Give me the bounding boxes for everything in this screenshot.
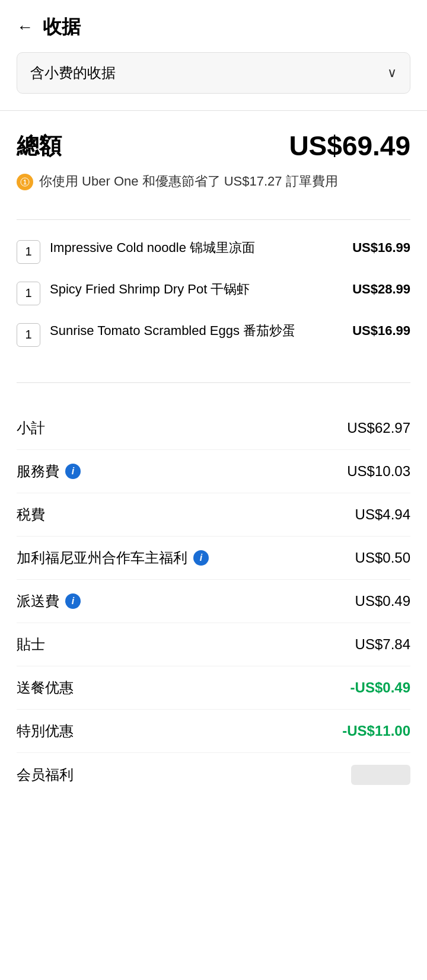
member-benefit-value bbox=[351, 765, 410, 785]
cost-value-delivery-fee: US$0.49 bbox=[355, 593, 410, 609]
cost-label-tip: 貼士 bbox=[17, 635, 45, 654]
service-fee-info-icon[interactable]: i bbox=[65, 464, 81, 479]
cost-row-service-fee: 服務費 i US$10.03 bbox=[17, 450, 410, 493]
cost-label-subtotal: 小計 bbox=[17, 419, 45, 438]
cost-row-tax: 税費 US$4.94 bbox=[17, 493, 410, 537]
cost-label-delivery-promo: 送餐优惠 bbox=[17, 678, 74, 697]
dropdown-label: 含小费的收据 bbox=[30, 63, 116, 82]
cost-value-delivery-promo: -US$0.49 bbox=[350, 679, 410, 696]
cost-row-ca-benefit: 加利福尼亚州合作车主福利 i US$0.50 bbox=[17, 537, 410, 580]
header: ← 收据 bbox=[0, 0, 427, 52]
total-label: 總額 bbox=[17, 131, 62, 161]
cost-label-service-fee: 服務費 i bbox=[17, 462, 81, 481]
uber-one-icon: 1 bbox=[17, 174, 33, 190]
item-name: Impressive Cold noodle 锦城里凉面 bbox=[50, 239, 346, 257]
item-name: Spicy Fried Shrimp Dry Pot 干锅虾 bbox=[50, 280, 346, 299]
item-price: US$28.99 bbox=[352, 282, 410, 297]
cost-row-delivery-fee: 派送費 i US$0.49 bbox=[17, 580, 410, 623]
delivery-fee-info-icon[interactable]: i bbox=[65, 593, 81, 609]
svg-text:1: 1 bbox=[23, 179, 27, 186]
total-section: 總額 US$69.49 1 你使用 Uber One 和優惠節省了 US$17.… bbox=[0, 111, 427, 205]
cost-label-delivery-fee: 派送費 i bbox=[17, 592, 81, 611]
cost-label-ca-benefit: 加利福尼亚州合作车主福利 i bbox=[17, 548, 209, 567]
cost-value-tip: US$7.84 bbox=[355, 636, 410, 653]
order-item: 1 Impressive Cold noodle 锦城里凉面 US$16.99 bbox=[17, 239, 410, 264]
page-title: 收据 bbox=[43, 14, 81, 40]
items-divider-bottom bbox=[17, 382, 410, 383]
order-item: 1 Spicy Fried Shrimp Dry Pot 干锅虾 US$28.9… bbox=[17, 280, 410, 305]
savings-text: 你使用 Uber One 和優惠節省了 US$17.27 訂單費用 bbox=[39, 173, 338, 191]
item-row: Impressive Cold noodle 锦城里凉面 US$16.99 bbox=[50, 239, 410, 257]
cost-value-tax: US$4.94 bbox=[355, 506, 410, 523]
cost-label-tax: 税費 bbox=[17, 505, 45, 524]
cost-row-member-benefit: 会员福利 bbox=[17, 753, 410, 797]
receipt-type-dropdown[interactable]: 含小费的收据 ∨ bbox=[17, 52, 410, 94]
cost-breakdown: 小計 US$62.97 服務費 i US$10.03 税費 US$4.94 加利… bbox=[0, 397, 427, 813]
item-row: Sunrise Tomato Scrambled Eggs 番茄炒蛋 US$16… bbox=[50, 322, 410, 340]
cost-row-special-promo: 特別优惠 -US$11.00 bbox=[17, 710, 410, 753]
total-amount: US$69.49 bbox=[289, 130, 410, 162]
item-quantity: 1 bbox=[17, 282, 40, 305]
cost-row-subtotal: 小計 US$62.97 bbox=[17, 407, 410, 450]
chevron-down-icon: ∨ bbox=[387, 65, 397, 81]
savings-row: 1 你使用 Uber One 和優惠節省了 US$17.27 訂單費用 bbox=[17, 173, 410, 191]
item-quantity: 1 bbox=[17, 323, 40, 347]
cost-row-delivery-promo: 送餐优惠 -US$0.49 bbox=[17, 666, 410, 710]
cost-label-special-promo: 特別优惠 bbox=[17, 722, 74, 740]
order-items-list: 1 Impressive Cold noodle 锦城里凉面 US$16.99 … bbox=[0, 234, 427, 368]
ca-benefit-info-icon[interactable]: i bbox=[193, 550, 209, 566]
total-row: 總額 US$69.49 bbox=[17, 130, 410, 162]
item-name: Sunrise Tomato Scrambled Eggs 番茄炒蛋 bbox=[50, 322, 346, 340]
item-quantity: 1 bbox=[17, 240, 40, 264]
item-row: Spicy Fried Shrimp Dry Pot 干锅虾 US$28.99 bbox=[50, 280, 410, 299]
items-divider-top bbox=[17, 219, 410, 220]
cost-value-subtotal: US$62.97 bbox=[347, 420, 410, 436]
cost-row-tip: 貼士 US$7.84 bbox=[17, 623, 410, 666]
back-button[interactable]: ← bbox=[17, 18, 33, 37]
order-item: 1 Sunrise Tomato Scrambled Eggs 番茄炒蛋 US$… bbox=[17, 322, 410, 347]
cost-value-ca-benefit: US$0.50 bbox=[355, 550, 410, 566]
item-price: US$16.99 bbox=[352, 240, 410, 256]
cost-value-special-promo: -US$11.00 bbox=[342, 723, 410, 739]
cost-value-service-fee: US$10.03 bbox=[347, 463, 410, 480]
item-price: US$16.99 bbox=[352, 323, 410, 339]
cost-label-member-benefit: 会员福利 bbox=[17, 765, 74, 784]
